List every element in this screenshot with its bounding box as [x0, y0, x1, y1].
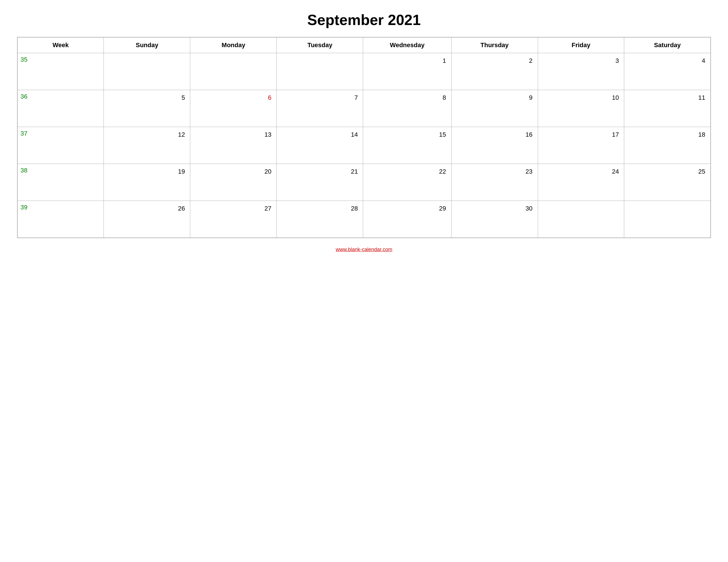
day-cell-37-wed: 15 — [363, 127, 451, 164]
header-tuesday: Tuesday — [277, 37, 363, 53]
day-cell-35-wed: 1 — [363, 53, 451, 90]
header-sunday: Sunday — [104, 37, 190, 53]
day-cell-38-fri: 24 — [538, 164, 624, 201]
day-cell-36-sat: 11 — [624, 90, 711, 127]
day-cell-39-sun: 26 — [104, 201, 190, 238]
day-cell-36-mon: 6 — [190, 90, 277, 127]
day-cell-39-thu: 30 — [451, 201, 538, 238]
day-cell-37-fri: 17 — [538, 127, 624, 164]
week-number-39: 39 — [17, 201, 104, 238]
day-cell-35-mon — [190, 53, 277, 90]
calendar-row-week-37: 3712131415161718 — [17, 127, 711, 164]
header-friday: Friday — [538, 37, 624, 53]
day-cell-37-thu: 16 — [451, 127, 538, 164]
day-cell-38-sat: 25 — [624, 164, 711, 201]
calendar-row-week-35: 351234 — [17, 53, 711, 90]
day-cell-38-tue: 21 — [277, 164, 363, 201]
calendar-row-week-39: 392627282930 — [17, 201, 711, 238]
header-thursday: Thursday — [451, 37, 538, 53]
day-cell-35-sat: 4 — [624, 53, 711, 90]
day-cell-38-thu: 23 — [451, 164, 538, 201]
day-cell-37-sat: 18 — [624, 127, 711, 164]
header-row: Week Sunday Monday Tuesday Wednesday Thu… — [17, 37, 711, 53]
day-cell-39-fri — [538, 201, 624, 238]
page-title: September 2021 — [307, 11, 421, 28]
day-cell-35-thu: 2 — [451, 53, 538, 90]
day-cell-37-mon: 13 — [190, 127, 277, 164]
footer-url: www.blank-calendar.com — [336, 247, 392, 253]
day-cell-35-fri: 3 — [538, 53, 624, 90]
day-cell-36-tue: 7 — [277, 90, 363, 127]
header-wednesday: Wednesday — [363, 37, 451, 53]
day-cell-36-fri: 10 — [538, 90, 624, 127]
week-number-36: 36 — [17, 90, 104, 127]
day-cell-36-sun: 5 — [104, 90, 190, 127]
day-cell-35-sun — [104, 53, 190, 90]
week-number-35: 35 — [17, 53, 104, 90]
day-cell-35-tue — [277, 53, 363, 90]
day-cell-37-sun: 12 — [104, 127, 190, 164]
day-cell-36-wed: 8 — [363, 90, 451, 127]
week-number-38: 38 — [17, 164, 104, 201]
calendar-row-week-38: 3819202122232425 — [17, 164, 711, 201]
day-cell-38-sun: 19 — [104, 164, 190, 201]
day-cell-37-tue: 14 — [277, 127, 363, 164]
calendar-table: Week Sunday Monday Tuesday Wednesday Thu… — [17, 37, 711, 238]
week-number-37: 37 — [17, 127, 104, 164]
calendar-row-week-36: 36567891011 — [17, 90, 711, 127]
header-saturday: Saturday — [624, 37, 711, 53]
header-week: Week — [17, 37, 104, 53]
day-cell-39-mon: 27 — [190, 201, 277, 238]
day-cell-39-sat — [624, 201, 711, 238]
day-cell-39-tue: 28 — [277, 201, 363, 238]
day-cell-39-wed: 29 — [363, 201, 451, 238]
day-cell-38-mon: 20 — [190, 164, 277, 201]
header-monday: Monday — [190, 37, 277, 53]
day-cell-36-thu: 9 — [451, 90, 538, 127]
day-cell-38-wed: 22 — [363, 164, 451, 201]
